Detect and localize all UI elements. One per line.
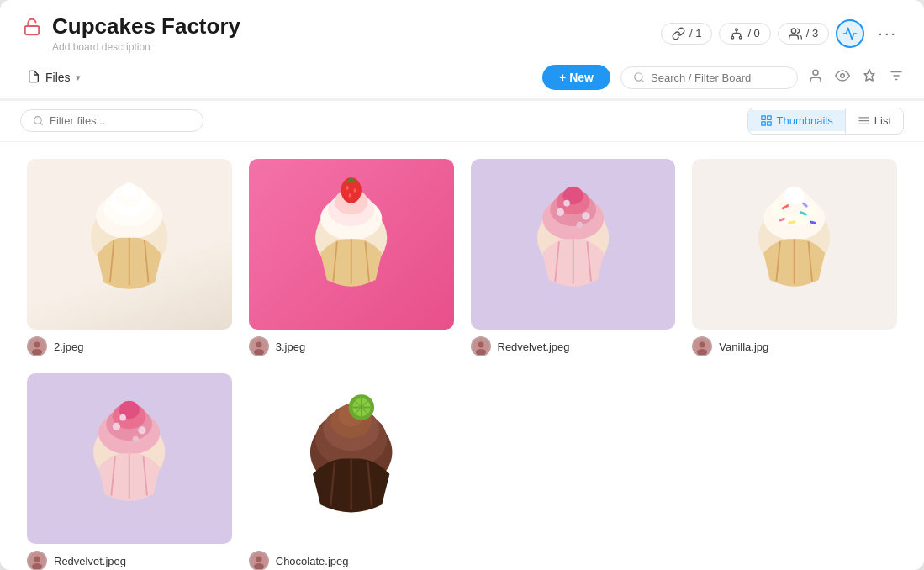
file-item[interactable]: Chocolate.jpeg (249, 373, 454, 570)
list-icon (858, 114, 870, 127)
svg-rect-0 (25, 26, 40, 34)
svg-point-40 (346, 186, 349, 190)
filter-input-wrap[interactable] (20, 109, 203, 132)
board-description[interactable]: Add board description (52, 41, 240, 53)
file-meta: Redvelvet.jpeg (27, 551, 232, 570)
toolbar-icons (808, 68, 904, 87)
files-button[interactable]: Files ▾ (20, 66, 87, 89)
svg-rect-17 (767, 122, 770, 125)
file-name: Vanilla.jpg (719, 340, 768, 353)
svg-point-86 (113, 423, 120, 430)
fork-icon (730, 27, 743, 40)
cupcake-illustration (481, 167, 665, 321)
svg-point-89 (133, 436, 140, 443)
file-item[interactable]: Redvelvet.jpeg (471, 159, 676, 356)
file-item[interactable]: 2.jpeg (27, 159, 232, 356)
svg-point-42 (349, 193, 351, 198)
file-name: Redvelvet.jpeg (498, 340, 570, 353)
svg-point-79 (700, 342, 705, 348)
file-thumbnail (27, 373, 232, 544)
stat-people-value: / 3 (806, 27, 818, 40)
svg-point-56 (563, 200, 570, 207)
app-window: Cupcakes Factory Add board description /… (0, 0, 924, 570)
gallery: 2.jpeg (0, 142, 924, 570)
search-input[interactable] (651, 71, 785, 84)
pin-icon[interactable] (862, 68, 877, 87)
file-meta: 3.jpeg (249, 336, 454, 356)
person-icon[interactable] (808, 68, 823, 87)
user-avatar (471, 336, 491, 356)
user-avatar (27, 551, 47, 570)
svg-point-5 (791, 29, 795, 33)
user-avatar (692, 336, 712, 356)
chevron-down-icon: ▾ (76, 72, 81, 83)
file-name: 2.jpeg (54, 340, 83, 353)
file-thumbnail (692, 159, 897, 330)
filter-icon[interactable] (889, 68, 904, 87)
user-avatar (27, 336, 47, 356)
svg-point-32 (34, 342, 40, 348)
stat-people[interactable]: / 3 (778, 23, 829, 45)
thumbnails-label: Thumbnails (777, 114, 833, 127)
header: Cupcakes Factory Add board description /… (0, 0, 924, 56)
file-thumbnail (249, 159, 454, 330)
files-grid: 2.jpeg (27, 159, 897, 570)
stat-link-value: / 1 (689, 27, 701, 40)
file-meta: Redvelvet.jpeg (471, 336, 676, 356)
cupcake-illustration (37, 167, 221, 321)
file-item[interactable]: Redvelvet.jpeg (27, 373, 232, 570)
cupcake-illustration (702, 167, 886, 321)
file-item[interactable]: Vanilla.jpg (692, 159, 897, 356)
svg-point-94 (34, 557, 40, 562)
svg-point-87 (139, 427, 146, 435)
search-icon (633, 71, 645, 83)
file-item[interactable]: 3.jpeg (249, 159, 454, 356)
svg-point-88 (119, 414, 126, 421)
svg-point-57 (576, 222, 583, 229)
file-name: 3.jpeg (276, 340, 305, 353)
cupcake-illustration (37, 382, 221, 536)
eye-icon[interactable] (835, 68, 850, 87)
svg-point-27 (122, 182, 137, 198)
filter-input[interactable] (50, 114, 191, 127)
file-name: Redvelvet.jpeg (54, 555, 126, 567)
svg-point-54 (557, 208, 564, 216)
svg-rect-18 (761, 122, 764, 125)
files-icon (27, 70, 40, 86)
current-user-avatar[interactable] (836, 19, 864, 48)
file-meta: Vanilla.jpg (692, 336, 897, 356)
file-meta: 2.jpeg (27, 336, 232, 356)
list-view-button[interactable]: List (846, 110, 903, 131)
stat-fork[interactable]: / 0 (719, 23, 770, 45)
svg-point-8 (813, 70, 818, 75)
files-label: Files (45, 71, 71, 84)
search-filter-wrap[interactable] (620, 66, 798, 89)
link-icon (672, 27, 685, 40)
list-label: List (874, 114, 891, 127)
file-thumbnail (249, 373, 454, 544)
title-row: Cupcakes Factory (20, 13, 240, 40)
filter-bar: Thumbnails List (0, 101, 924, 141)
svg-point-9 (841, 73, 845, 77)
lock-icon (20, 15, 44, 39)
file-thumbnail (27, 159, 232, 330)
header-left: Cupcakes Factory Add board description (20, 13, 240, 53)
stat-link[interactable]: / 1 (661, 23, 712, 45)
svg-rect-16 (767, 116, 770, 119)
toolbar: Files ▾ + New (0, 56, 924, 99)
user-activity-icon (842, 26, 858, 41)
svg-point-41 (354, 188, 356, 193)
filter-search-icon (33, 115, 44, 126)
cupcake-illustration (259, 167, 443, 321)
user-avatar (249, 336, 269, 356)
user-avatar (249, 551, 269, 570)
svg-point-68 (784, 187, 805, 204)
view-toggle: Thumbnails List (747, 108, 904, 135)
more-options-button[interactable]: ··· (871, 20, 904, 46)
new-button[interactable]: + New (542, 65, 610, 90)
svg-point-55 (582, 212, 589, 219)
svg-point-111 (256, 557, 261, 562)
header-right: / 1 / 0 / 3 (661, 19, 904, 48)
file-meta: Chocolate.jpeg (249, 551, 454, 570)
thumbnails-view-button[interactable]: Thumbnails (748, 110, 845, 131)
